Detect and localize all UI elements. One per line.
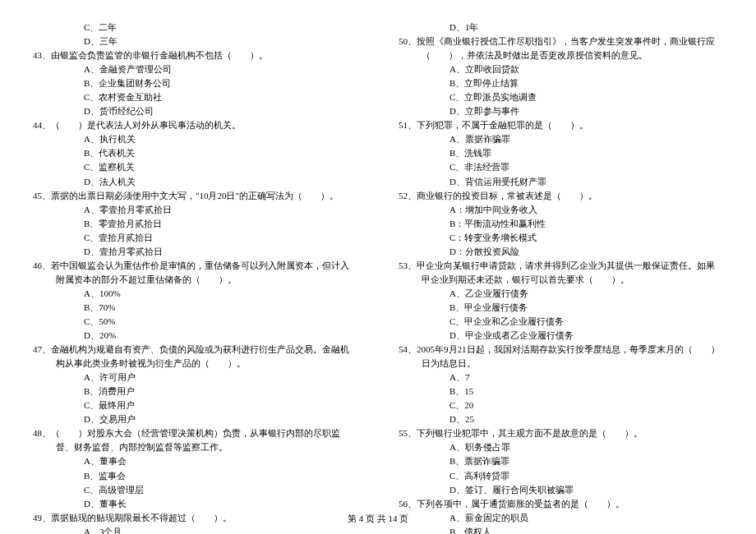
question-item: 47、金融机构为规避自有资产、负债的风险或为获利进行衍生产品交易。金融机构从事此… <box>33 343 357 371</box>
left-column: C、二年D、三年43、由银监会负责监管的非银行金融机构不包括（ ）。A、金融资产… <box>33 21 357 534</box>
question-item: 56、下列各项中，属于通货膨胀的受益者的是（ ）。 <box>399 497 723 511</box>
answer-option: D、壹拾月零贰拾日 <box>33 245 357 259</box>
answer-option: C、50% <box>33 315 357 329</box>
answer-option: B、15 <box>399 384 723 398</box>
answer-option: B、监事会 <box>33 469 357 483</box>
page-columns: C、二年D、三年43、由银监会负责监管的非银行金融机构不包括（ ）。A、金融资产… <box>33 21 723 534</box>
answer-option: C、监察机关 <box>33 160 357 174</box>
answer-option: A、零壹拾月零贰拾日 <box>33 203 357 217</box>
answer-option: B、70% <box>33 301 357 315</box>
question-item: 53、甲企业向某银行申请贷款，请求并得到乙企业为其提供一般保证责任。如果甲企业到… <box>399 259 723 287</box>
question-item: 44、（ ）是代表法人对外从事民事活动的机关。 <box>33 118 357 132</box>
answer-option: C、壹拾月贰拾日 <box>33 231 357 245</box>
question-item: 55、下列银行业犯罪中，其主观方面不是故意的是（ ）。 <box>399 426 723 440</box>
answer-option: B、甲企业履行债务 <box>399 301 723 315</box>
answer-option: B、零壹拾月贰拾日 <box>33 217 357 231</box>
answer-option: C、20 <box>399 398 723 412</box>
answer-option: C、非法经营罪 <box>399 160 723 174</box>
answer-option: D、甲企业或者乙企业履行债务 <box>399 329 723 343</box>
answer-option: C、高级管理层 <box>33 483 357 497</box>
answer-option: B：平衡流动性和赢利性 <box>399 217 723 231</box>
question-item: 45、票据的出票日期必须使用中文大写，"10月20日"的正确写法为（ ）。 <box>33 189 357 203</box>
answer-option: B、代表机关 <box>33 146 357 160</box>
page-footer: 第 4 页 共 14 页 <box>0 512 756 526</box>
answer-option: A、3个月 <box>33 525 357 534</box>
answer-option: C、农村资金互助社 <box>33 90 357 104</box>
answer-option: A：增加中间业务收入 <box>399 203 723 217</box>
answer-option: D、20% <box>33 329 357 343</box>
answer-option: D、法人机关 <box>33 175 357 189</box>
question-item: 51、下列犯罪，不属于金融犯罪的是（ ）。 <box>399 118 723 132</box>
question-item: 48、（ ）对股东大会（经营管理决策机构）负责，从事银行内部的尽职监督、财务监督… <box>33 426 357 454</box>
answer-option: A、职务侵占罪 <box>399 440 723 454</box>
answer-option: D、1年 <box>399 21 723 35</box>
answer-option: B、债权人 <box>399 525 723 534</box>
answer-option: D、签订、履行合同失职被骗罪 <box>399 483 723 497</box>
answer-option: C、立即派员实地调查 <box>399 90 723 104</box>
answer-option: A、乙企业履行债务 <box>399 287 723 301</box>
question-item: 43、由银监会负责监管的非银行金融机构不包括（ ）。 <box>33 48 357 62</box>
question-item: 54、2005年9月21日起，我国对活期存款实行按季度结息，每季度末月的（ ）日… <box>399 343 723 371</box>
answer-option: C、二年 <box>33 21 357 35</box>
answer-option: B、立即停止结算 <box>399 76 723 90</box>
question-item: 46、若中国银监会认为重估作价是审慎的，重估储备可以列入附属资本，但计入附属资本… <box>33 259 357 287</box>
answer-option: D、董事长 <box>33 497 357 511</box>
answer-option: A、金融资产管理公司 <box>33 62 357 76</box>
answer-option: C：转变业务增长模式 <box>399 231 723 245</box>
answer-option: A、许可用户 <box>33 371 357 384</box>
answer-option: A、董事会 <box>33 454 357 468</box>
right-column: D、1年50、按照《商业银行授信工作尽职指引》，当客户发生突发事件时，商业银行应… <box>399 21 723 534</box>
answer-option: D：分散投资风险 <box>399 245 723 259</box>
question-item: 52、商业银行的投资目标，常被表述是（ ）。 <box>399 189 723 203</box>
answer-option: D、货币经纪公司 <box>33 104 357 118</box>
answer-option: C、甲企业和乙企业履行债务 <box>399 315 723 329</box>
answer-option: B、企业集团财务公司 <box>33 76 357 90</box>
answer-option: D、交易用户 <box>33 412 357 426</box>
answer-option: D、25 <box>399 412 723 426</box>
answer-option: A、7 <box>399 371 723 384</box>
answer-option: C、最终用户 <box>33 398 357 412</box>
answer-option: A、票据诈骗罪 <box>399 132 723 146</box>
question-item: 50、按照《商业银行授信工作尽职指引》，当客户发生突发事件时，商业银行应（ ），… <box>399 35 723 62</box>
answer-option: A、100% <box>33 287 357 301</box>
answer-option: A、立即收回贷款 <box>399 62 723 76</box>
answer-option: D、立即参与事件 <box>399 104 723 118</box>
answer-option: D、三年 <box>33 35 357 48</box>
answer-option: B、票据诈骗罪 <box>399 454 723 468</box>
answer-option: B、洗钱罪 <box>399 146 723 160</box>
answer-option: B、消费用户 <box>33 384 357 398</box>
answer-option: A、执行机关 <box>33 132 357 146</box>
answer-option: C、高利转贷罪 <box>399 469 723 483</box>
answer-option: D、背信运用受托财产罪 <box>399 175 723 189</box>
